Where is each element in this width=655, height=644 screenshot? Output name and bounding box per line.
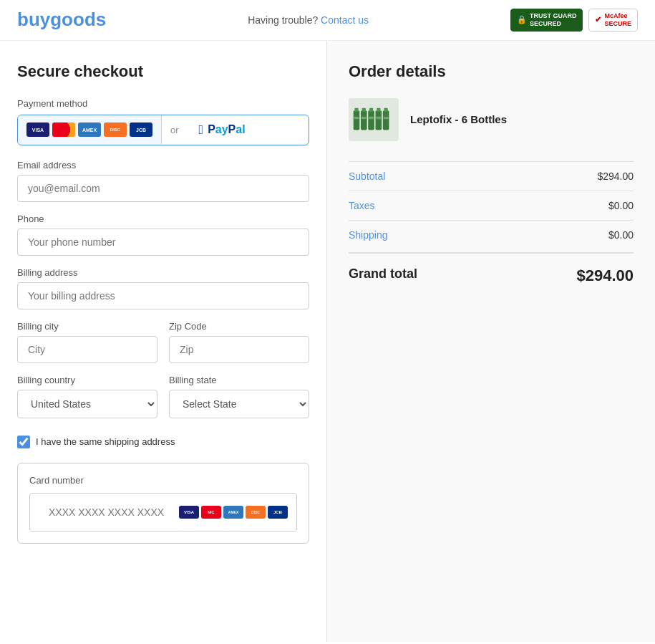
header: buygoods Having trouble? Contact us 🔒 TR…	[0, 0, 655, 41]
payment-method-row: VISA AMEX DISC JCB or  PayPal	[17, 115, 309, 145]
card-amex-icon-small: AMEX	[223, 506, 243, 519]
svg-rect-6	[368, 110, 374, 130]
card-number-field: VISA MC AMEX DISC JCB	[29, 493, 297, 532]
svg-rect-9	[376, 110, 382, 130]
or-divider: or	[162, 125, 188, 135]
same-shipping-checkbox[interactable]	[17, 436, 30, 448]
zip-group: Zip Code	[169, 321, 309, 363]
paypal-icon: 	[199, 122, 204, 138]
shield-icon: 🔒	[517, 15, 527, 24]
left-panel: Secure checkout Payment method VISA AMEX…	[0, 41, 327, 642]
mcafee-icon: ✔	[595, 15, 601, 24]
header-badges: 🔒 TRUST GUARDSECURED ✔ McAfeeSECURE	[510, 9, 638, 32]
subtotal-label: Subtotal	[349, 170, 385, 182]
svg-rect-10	[377, 107, 380, 111]
visa-icon: VISA	[26, 122, 49, 137]
grand-total-row: Grand total $294.00	[349, 252, 634, 285]
contact-link[interactable]: Contact us	[321, 14, 369, 26]
trust-badge-text: TRUST GUARDSECURED	[530, 12, 577, 28]
svg-rect-4	[362, 107, 366, 111]
card-section: Card number VISA MC AMEX DISC JCB	[17, 463, 309, 544]
mcafee-text: McAfeeSECURE	[604, 12, 631, 28]
mastercard-icon	[52, 122, 75, 137]
paypal-logo: PayPal	[208, 123, 245, 136]
card-number-icons: VISA MC AMEX DISC JCB	[179, 506, 288, 519]
billing-country-group: Billing country United States Canada Uni…	[17, 375, 157, 418]
grand-total-value: $294.00	[576, 266, 634, 285]
billing-city-group: Billing city	[17, 321, 157, 363]
card-icons-group[interactable]: VISA AMEX DISC JCB	[18, 115, 162, 144]
header-center: Having trouble? Contact us	[248, 14, 369, 26]
card-jcb-icon-small: JCB	[268, 506, 288, 519]
phone-label: Phone	[17, 213, 309, 224]
billing-address-input[interactable]	[17, 282, 309, 309]
same-shipping-label[interactable]: I have the same shipping address	[36, 436, 175, 447]
billing-city-label: Billing city	[17, 321, 157, 332]
phone-input[interactable]	[17, 229, 309, 256]
svg-rect-0	[354, 110, 360, 130]
billing-state-group: Billing state Select State Alabama Alask…	[169, 375, 309, 418]
card-number-label: Card number	[29, 475, 297, 486]
trust-badge: 🔒 TRUST GUARDSECURED	[510, 9, 583, 32]
right-panel: Order details	[327, 41, 655, 642]
grand-total-label: Grand total	[349, 266, 417, 285]
shipping-value: $0.00	[608, 229, 634, 241]
billing-address-label: Billing address	[17, 267, 309, 278]
city-zip-row: Billing city Zip Code	[17, 321, 309, 375]
card-number-input[interactable]	[39, 499, 179, 525]
discover-icon: DISC	[104, 122, 127, 137]
shipping-row: Shipping $0.00	[349, 220, 634, 249]
city-input[interactable]	[17, 336, 157, 363]
subtotal-value: $294.00	[597, 170, 634, 182]
payment-method-label: Payment method	[17, 98, 309, 109]
email-input[interactable]	[17, 175, 309, 202]
trouble-text: Having trouble?	[248, 14, 318, 26]
product-name: Leptofix - 6 Bottles	[410, 113, 507, 125]
mcafee-badge: ✔ McAfeeSECURE	[588, 9, 638, 32]
shipping-label: Shipping	[349, 229, 388, 241]
email-group: Email address	[17, 160, 309, 202]
card-visa-icon-small: VISA	[179, 506, 199, 519]
svg-rect-13	[384, 107, 388, 111]
jcb-icon: JCB	[130, 122, 152, 137]
order-title: Order details	[349, 62, 634, 81]
zip-label: Zip Code	[169, 321, 309, 332]
country-select[interactable]: United States Canada United Kingdom Aust…	[17, 390, 157, 418]
logo: buygoods	[17, 9, 106, 31]
product-row: Leptofix - 6 Bottles	[349, 98, 634, 141]
subtotal-row: Subtotal $294.00	[349, 161, 634, 191]
logo-goods: goods	[50, 9, 106, 30]
svg-rect-1	[354, 107, 358, 111]
paypal-section[interactable]:  PayPal	[188, 115, 257, 145]
checkout-title: Secure checkout	[17, 62, 309, 81]
svg-rect-8	[369, 116, 374, 118]
svg-rect-7	[369, 107, 373, 111]
taxes-value: $0.00	[608, 200, 634, 211]
svg-rect-11	[376, 116, 381, 118]
phone-group: Phone	[17, 213, 309, 256]
state-select[interactable]: Select State Alabama Alaska Arizona Cali…	[169, 390, 309, 418]
billing-state-label: Billing state	[169, 375, 309, 385]
product-bottles-svg	[352, 102, 395, 138]
main-layout: Secure checkout Payment method VISA AMEX…	[0, 41, 655, 642]
product-image	[349, 98, 399, 141]
billing-country-label: Billing country	[17, 375, 157, 385]
svg-rect-3	[361, 110, 367, 130]
amex-icon: AMEX	[78, 122, 101, 137]
card-discover-icon-small: DISC	[246, 506, 266, 519]
payment-method-group: Payment method VISA AMEX DISC JCB or  P…	[17, 98, 309, 145]
country-state-row: Billing country United States Canada Uni…	[17, 375, 309, 430]
svg-rect-12	[383, 110, 389, 130]
billing-address-group: Billing address	[17, 267, 309, 309]
zip-input[interactable]	[169, 336, 309, 363]
email-label: Email address	[17, 160, 309, 170]
taxes-row: Taxes $0.00	[349, 191, 634, 220]
logo-buy: buy	[17, 9, 50, 30]
taxes-label: Taxes	[349, 200, 375, 211]
svg-rect-2	[354, 116, 359, 118]
svg-rect-5	[362, 116, 367, 118]
card-mc-icon-small: MC	[201, 506, 221, 519]
same-shipping-row: I have the same shipping address	[17, 436, 309, 448]
svg-rect-14	[384, 116, 389, 118]
